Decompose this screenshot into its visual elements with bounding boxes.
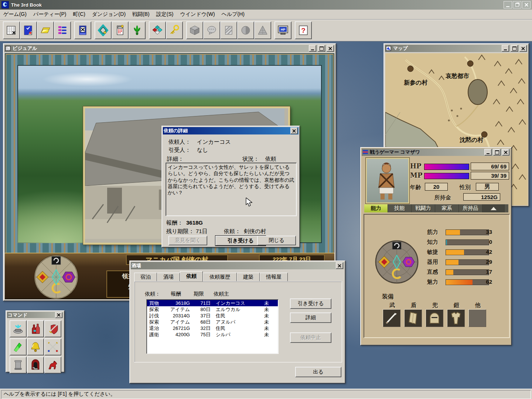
reward-value: 3618G: [186, 219, 203, 226]
client-value: インカーコス: [197, 139, 231, 146]
list-button[interactable]: [54, 21, 71, 39]
compass-button[interactable]: [95, 21, 112, 39]
app-title: The 3rd Book: [11, 2, 42, 8]
tavern-close-button[interactable]: [336, 262, 343, 269]
visual-maximize-button[interactable]: [318, 45, 325, 52]
accept-button[interactable]: 引き受ける: [290, 299, 331, 309]
menu-window[interactable]: ウインドウ(W): [177, 10, 218, 19]
drinks-command-button[interactable]: [27, 320, 44, 337]
hp-monitor-icon: HP: [277, 25, 289, 36]
acceptor-value: なし: [197, 147, 208, 154]
menu-bar: ゲーム(G) パーティー(P) 町(C) ダンジョン(D) 戦闘(B) 設定(S…: [0, 10, 532, 20]
menu-party[interactable]: パーティー(P): [30, 10, 70, 19]
gem-command-button[interactable]: [10, 338, 27, 355]
detail-button[interactable]: 詳細: [290, 313, 331, 323]
menu-game[interactable]: ゲーム(G): [0, 10, 30, 19]
tab-bar[interactable]: 酒場: [157, 273, 180, 282]
tab-lodging[interactable]: 宿泊: [134, 273, 157, 282]
tab-quest-history[interactable]: 依頼履歴: [203, 273, 237, 282]
equipment-command-button[interactable]: [44, 320, 61, 337]
sex-value: 男: [476, 183, 499, 191]
sword-icon: [384, 311, 399, 325]
quest-listbox[interactable]: 買物3618G71日インカーコス未 探索アイテム80日エルウカル未 討伐2031…: [146, 299, 279, 354]
help-button[interactable]: ?: [295, 21, 312, 39]
status-text: ヘルプを表示するには [F1] を押してください。: [1, 390, 531, 399]
window-grid-button[interactable]: [3, 21, 20, 39]
tab-informant[interactable]: 情報屋: [260, 273, 288, 282]
notes-folder-button[interactable]: [37, 21, 54, 39]
pillar-command-button[interactable]: [10, 357, 27, 374]
tab-quests[interactable]: 依頼: [180, 271, 203, 282]
command-title: コマンド: [8, 312, 54, 318]
battle-command-button[interactable]: [44, 338, 61, 355]
menu-help[interactable]: ヘルプ(H): [218, 10, 248, 19]
close-quest-button[interactable]: 閉じる: [257, 236, 296, 245]
quest-description: インカーコスっていう女性が、サレットを探しているらしい。どうやら、自分でも探した…: [168, 164, 294, 195]
party-card-icon: [23, 25, 34, 36]
equip-slot-shield[interactable]: [404, 309, 422, 327]
calculator-button[interactable]: [112, 21, 129, 39]
tower-command-button[interactable]: [27, 357, 44, 374]
quest-row-1[interactable]: 探索アイテム80日エルウカル未: [147, 306, 278, 313]
menu-settings[interactable]: 設定(S): [153, 10, 177, 19]
sex-label: 性別: [460, 184, 471, 191]
tab-items[interactable]: 所持品: [459, 204, 482, 212]
quest-dialog-titlebar[interactable]: 依頼の詳細: [163, 127, 299, 134]
command-close-button[interactable]: [55, 312, 62, 318]
visual-close-button[interactable]: [327, 45, 334, 52]
horse-command-button[interactable]: [44, 357, 61, 374]
quest-description-box[interactable]: インカーコスっていう女性が、サレットを探しているらしい。どうやら、自分でも探した…: [166, 163, 297, 216]
quest-dialog-close-button[interactable]: [290, 127, 298, 134]
quest-row-4[interactable]: 退治26721G32日住民未: [147, 325, 278, 331]
equip-slot-weapon[interactable]: [383, 309, 400, 327]
menu-town[interactable]: 町(C): [70, 10, 89, 19]
plant-button[interactable]: [129, 21, 146, 39]
tavern-titlebar[interactable]: 酒場: [131, 262, 344, 269]
tab-ability[interactable]: 能力: [364, 204, 388, 212]
homepage-button[interactable]: HP: [274, 21, 291, 39]
exit-button[interactable]: 出る: [295, 367, 341, 377]
shield-sword-icon: [47, 323, 59, 335]
equip-slot-other[interactable]: [468, 309, 486, 327]
menu-dungeon[interactable]: ダンジョン(D): [89, 10, 129, 19]
character-maximize-button[interactable]: [493, 149, 501, 156]
equip-slot-armor[interactable]: [447, 309, 465, 327]
character-titlebar[interactable]: 戦うゲーマー コマザワ: [362, 149, 510, 156]
tab-family[interactable]: 家系: [435, 204, 459, 212]
quest-row-2[interactable]: 討伐20314G37日住民未: [147, 313, 278, 319]
tab-skill[interactable]: 技能: [388, 204, 412, 212]
character-minimize-button[interactable]: [484, 149, 492, 156]
visual-minimize-button[interactable]: [309, 45, 316, 52]
tab-construction[interactable]: 建築: [237, 273, 260, 282]
command-titlebar[interactable]: コマンド: [7, 312, 63, 318]
visual-titlebar[interactable]: ビジュアル: [4, 45, 335, 52]
tab-combat[interactable]: 戦闘力: [412, 204, 435, 212]
mp-label: MP: [410, 171, 422, 179]
map-minimize-button[interactable]: [502, 45, 509, 52]
book-button[interactable]: [74, 21, 91, 39]
fountain-command-button[interactable]: [10, 320, 27, 337]
menu-battle[interactable]: 戦闘(B): [129, 10, 153, 19]
collapse-button[interactable]: [482, 204, 505, 212]
chat-button-disabled: [203, 21, 220, 39]
dungeon-tiles-button[interactable]: [149, 21, 166, 39]
quest-row-0[interactable]: 買物3618G71日インカーコス未: [147, 300, 278, 306]
key-icon: [168, 24, 180, 36]
character-close-button[interactable]: [502, 149, 509, 156]
scroll-button-disabled: [220, 21, 237, 39]
party-card-button[interactable]: [20, 21, 37, 39]
close-button[interactable]: [522, 1, 531, 8]
dungeon-tiles-icon: [151, 24, 163, 36]
minimize-button[interactable]: [504, 1, 512, 8]
desktop: ビジュアル: [0, 41, 532, 389]
key-button[interactable]: [166, 21, 183, 39]
chest-icon: [189, 25, 200, 36]
equip-slot-helmet[interactable]: [426, 309, 443, 327]
map-titlebar[interactable]: マップ: [385, 45, 528, 52]
quest-row-3[interactable]: 探索アイテム68日アヌルパ未: [147, 319, 278, 325]
map-close-button[interactable]: [519, 45, 527, 52]
bell-command-button[interactable]: [27, 338, 44, 355]
quest-row-5[interactable]: 護衛4200G75日シルパ未: [147, 331, 278, 338]
restore-button[interactable]: [513, 1, 521, 8]
map-maximize-button[interactable]: [511, 45, 518, 52]
